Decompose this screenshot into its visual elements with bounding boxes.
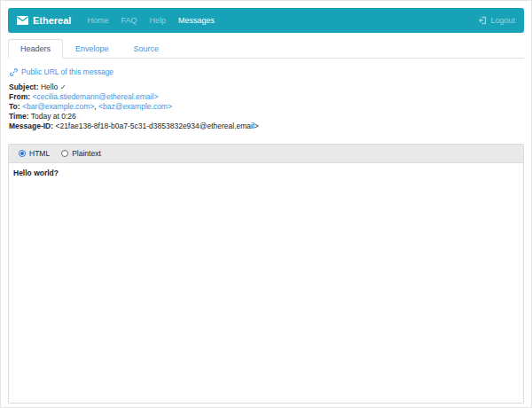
email-headers: Subject: Hello ✓ From: <cecilia.stiedema… xyxy=(9,82,524,131)
nav-item-help[interactable]: Help xyxy=(149,16,166,25)
viewer-format-toolbar: HTML Plaintext xyxy=(9,145,523,163)
subject-label: Subject: xyxy=(9,82,39,91)
from-address-link[interactable]: <cecilia.stiedemann@ethereal.email> xyxy=(32,92,158,101)
brand-label: Ethereal xyxy=(33,15,71,26)
link-icon xyxy=(10,68,18,76)
message-id-label: Message-ID: xyxy=(9,122,53,130)
nav-links: Home FAQ Help Messages xyxy=(87,16,215,25)
logout-button[interactable]: Logout xyxy=(478,16,515,25)
header-subject-row: Subject: Hello ✓ xyxy=(9,82,524,92)
message-body-text: Hello world? xyxy=(13,169,59,177)
header-time-row: Time: Today at 0:26 xyxy=(9,112,524,122)
subject-value: Hello xyxy=(41,82,58,91)
to-address-link[interactable]: <baz@example.com> xyxy=(98,102,172,111)
radio-button-html[interactable] xyxy=(19,150,26,157)
html-radio-label: HTML xyxy=(29,149,50,158)
time-label: Time: xyxy=(9,112,29,121)
logout-icon xyxy=(478,16,487,25)
nav-item-faq[interactable]: FAQ xyxy=(121,16,137,25)
message-tabs: Headers Envelope Source xyxy=(8,39,524,59)
ethereal-message-page: Ethereal Home FAQ Help Messages Logout xyxy=(0,0,532,408)
plaintext-radio-option[interactable]: Plaintext xyxy=(61,149,101,158)
brand-link[interactable]: Ethereal xyxy=(17,15,71,26)
to-label: To: xyxy=(9,102,20,111)
time-value: Today at 0:26 xyxy=(31,112,76,121)
header-from-row: From: <cecilia.stiedemann@ethereal.email… xyxy=(9,92,524,102)
header-message-id-row: Message-ID: <21fae138-8f18-b0a7-5c31-d38… xyxy=(9,122,524,131)
nav-item-home[interactable]: Home xyxy=(87,16,108,25)
message-body: Hello world? xyxy=(9,163,523,183)
envelope-icon xyxy=(17,16,28,25)
header-to-row: To: <bar@example.com>, <baz@example.com> xyxy=(9,102,524,112)
public-url-label: Public URL of this message xyxy=(21,67,113,76)
message-viewer-card: HTML Plaintext Hello world? xyxy=(8,144,524,404)
tab-headers[interactable]: Headers xyxy=(8,39,63,59)
logout-label: Logout xyxy=(490,16,515,25)
tab-envelope[interactable]: Envelope xyxy=(63,39,121,59)
message-id-value: <21fae138-8f18-b0a7-5c31-d3853832e934@et… xyxy=(55,122,258,130)
tab-source[interactable]: Source xyxy=(121,39,172,59)
to-address-link[interactable]: <bar@example.com> xyxy=(22,102,94,111)
public-url-link[interactable]: Public URL of this message xyxy=(10,67,524,76)
plaintext-radio-label: Plaintext xyxy=(72,149,101,158)
top-navbar: Ethereal Home FAQ Help Messages Logout xyxy=(8,8,524,33)
from-label: From: xyxy=(9,92,30,101)
nav-item-messages[interactable]: Messages xyxy=(178,16,215,25)
radio-button-plaintext[interactable] xyxy=(61,150,68,157)
check-mark-icon: ✓ xyxy=(60,82,66,91)
html-radio-option[interactable]: HTML xyxy=(19,149,50,158)
